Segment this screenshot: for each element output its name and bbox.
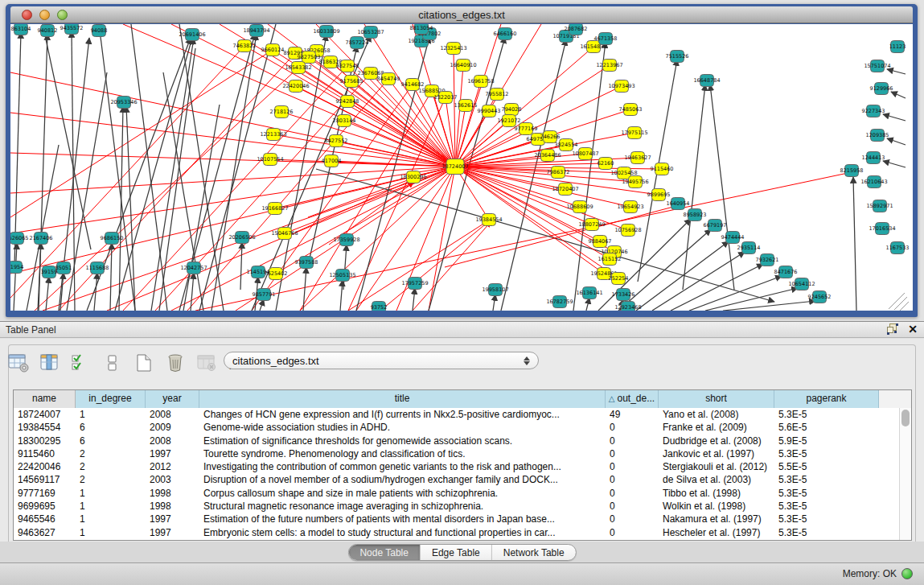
- graph-node[interactable]: 93752: [371, 302, 388, 311]
- graph-node[interactable]: 19654923: [617, 201, 643, 213]
- graph-node[interactable]: 9660124: [261, 44, 285, 56]
- cell-in-degree[interactable]: 2: [76, 473, 146, 486]
- cell-short[interactable]: Franke et al. (2009): [659, 421, 774, 434]
- graph-node[interactable]: 16033809: [313, 26, 339, 38]
- graph-node[interactable]: 15892971: [866, 200, 893, 212]
- cell-short[interactable]: Dudbridge et al. (2008): [659, 435, 774, 447]
- graph-node[interactable]: 2167406: [30, 233, 53, 245]
- column-header-pagerank[interactable]: pagerank: [774, 390, 879, 408]
- graph-node[interactable]: 94088: [91, 25, 108, 37]
- cell-out-de-[interactable]: 0: [606, 487, 659, 500]
- cell-pagerank[interactable]: 5.6E-5: [774, 421, 879, 434]
- graph-node[interactable]: 2526065: [10, 233, 28, 245]
- column-header-year[interactable]: year: [146, 390, 199, 408]
- network-canvas[interactable]: 7463822966012489129941822605898275031654…: [10, 24, 913, 311]
- graph-node[interactable]: 16210643: [860, 176, 887, 188]
- cell-pagerank[interactable]: 5.3E-5: [774, 500, 879, 513]
- graph-node[interactable]: 6679197: [704, 220, 727, 232]
- column-header-out-de-[interactable]: △out_de...: [606, 390, 659, 408]
- graph-node[interactable]: 85051: [55, 262, 72, 274]
- cell-out-de-[interactable]: 0: [606, 460, 659, 473]
- graph-node[interactable]: 12042757: [180, 262, 207, 274]
- network-window-titlebar[interactable]: citations_edges.txt: [10, 6, 913, 23]
- graph-node[interactable]: 8471676: [774, 266, 798, 278]
- cell-name[interactable]: 9115460: [14, 447, 76, 460]
- cell-year[interactable]: 2008: [146, 435, 199, 447]
- graph-node[interactable]: 7955812: [486, 89, 509, 101]
- graph-node[interactable]: 17016534: [869, 223, 895, 235]
- cell-year[interactable]: 1998: [146, 500, 199, 513]
- graph-node[interactable]: 20953346: [110, 97, 137, 109]
- graph-node[interactable]: 8215958: [840, 165, 864, 177]
- graph-node[interactable]: 16136141: [576, 287, 602, 299]
- column-header-name[interactable]: name: [14, 390, 76, 408]
- cell-year[interactable]: 1997: [146, 513, 199, 525]
- cell-pagerank[interactable]: 5.3E-5: [774, 408, 879, 421]
- graph-node[interactable]: 39159: [41, 266, 58, 278]
- cell-pagerank[interactable]: 5.3E-5: [774, 487, 879, 500]
- graph-node[interactable]: 794028: [502, 104, 522, 116]
- delete-table-icon[interactable]: [195, 352, 219, 374]
- graph-node[interactable]: 1167533: [886, 242, 910, 254]
- graph-node[interactable]: 10756928: [614, 225, 641, 237]
- table-options-icon[interactable]: [6, 352, 31, 374]
- cell-short[interactable]: Wolkin et al. (1998): [659, 500, 774, 513]
- cell-in-degree[interactable]: 1: [76, 513, 146, 525]
- cell-year[interactable]: 2009: [146, 421, 199, 434]
- graph-node[interactable]: 7515526: [666, 51, 689, 63]
- tab-node-table[interactable]: Node Table: [348, 545, 421, 560]
- tab-network-table[interactable]: Network Table: [492, 545, 576, 560]
- graph-node[interactable]: 9242848: [336, 96, 359, 108]
- table-row[interactable]: 1830029562008Estimation of significance …: [14, 435, 911, 447]
- cell-name[interactable]: 19384554: [14, 421, 76, 434]
- cell-out-de-[interactable]: 0: [606, 473, 659, 486]
- graph-node[interactable]: 8427552: [325, 135, 348, 147]
- cell-title[interactable]: Tourette syndrome. Phenomenology and cla…: [199, 447, 606, 460]
- graph-node[interactable]: 7857224: [346, 37, 369, 49]
- cell-name[interactable]: 18300295: [14, 435, 76, 447]
- graph-node[interactable]: 12325413: [440, 43, 466, 55]
- cell-title[interactable]: Estimation of significance thresholds fo…: [199, 435, 606, 447]
- column-header-short[interactable]: short: [659, 390, 774, 408]
- graph-node[interactable]: 91954: [10, 262, 23, 274]
- table-row[interactable]: 969969511998Structural magnetic resonanc…: [14, 500, 911, 513]
- graph-node[interactable]: 9129966: [870, 83, 893, 95]
- table-vertical-scrollbar[interactable]: [899, 408, 911, 540]
- cell-name[interactable]: 9777169: [14, 487, 76, 500]
- column-header-in-degree[interactable]: in_degree: [76, 390, 146, 408]
- graph-node[interactable]: 16782759: [546, 296, 573, 308]
- cell-out-de-[interactable]: 0: [606, 526, 659, 539]
- memory-ok-icon[interactable]: [901, 568, 913, 579]
- graph-node[interactable]: 18720407: [552, 183, 578, 196]
- graph-node[interactable]: 9435572: [60, 24, 84, 35]
- graph-node[interactable]: 7485063: [619, 104, 643, 116]
- graph-node[interactable]: 9990443: [478, 105, 501, 117]
- cell-name[interactable]: 9465546: [14, 513, 76, 525]
- cell-in-degree[interactable]: 1: [76, 487, 146, 500]
- graph-node[interactable]: 12923468: [614, 302, 641, 311]
- table-row[interactable]: 977716911998Corpus callosum shape and si…: [14, 487, 911, 500]
- new-column-icon[interactable]: [132, 352, 156, 374]
- cell-in-degree[interactable]: 2: [76, 447, 146, 460]
- table-row[interactable]: 1938455462009Genome-wide association stu…: [14, 421, 911, 434]
- graph-node[interactable]: 7932621: [756, 254, 779, 266]
- graph-node[interactable]: 19463627: [624, 152, 651, 164]
- cell-out-de-[interactable]: 49: [606, 408, 659, 421]
- cell-title[interactable]: Structural magnetic resonance image aver…: [199, 500, 606, 513]
- cell-short[interactable]: de Silva et al. (2003): [659, 473, 774, 486]
- cell-out-de-[interactable]: 0: [606, 435, 659, 447]
- graph-node[interactable]: 9474444: [721, 232, 745, 244]
- graph-node[interactable]: 863104: [11, 24, 31, 35]
- table-row[interactable]: 946362711997Embryonic stem cells: a mode…: [14, 526, 911, 539]
- cell-in-degree[interactable]: 6: [76, 435, 146, 447]
- cell-year[interactable]: 1997: [146, 526, 199, 539]
- table-row[interactable]: 911546021997Tourette syndrome. Phenomeno…: [14, 447, 911, 460]
- cell-name[interactable]: 14569117: [14, 473, 76, 486]
- graph-node[interactable]: 18943794: [243, 25, 269, 37]
- graph-node[interactable]: 20206506: [228, 232, 255, 244]
- close-panel-icon[interactable]: ✕: [908, 323, 918, 335]
- cell-short[interactable]: Stergiakouli et al. (2012): [659, 460, 774, 473]
- cell-pagerank[interactable]: 5.9E-5: [774, 435, 879, 447]
- cell-name[interactable]: 9463627: [14, 526, 76, 539]
- cell-in-degree[interactable]: 1: [76, 500, 146, 513]
